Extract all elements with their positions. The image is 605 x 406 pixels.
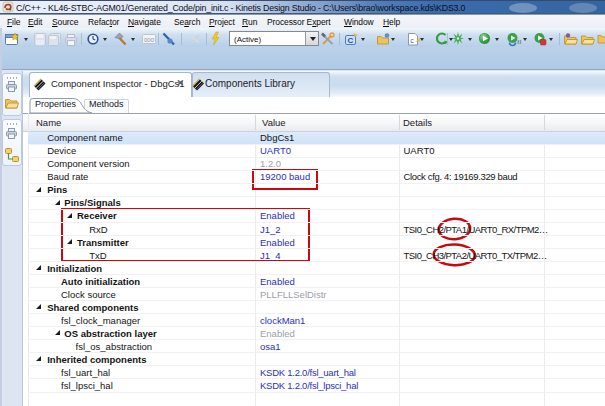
svg-text:c: c [410, 37, 414, 44]
svg-text:C: C [348, 36, 354, 45]
